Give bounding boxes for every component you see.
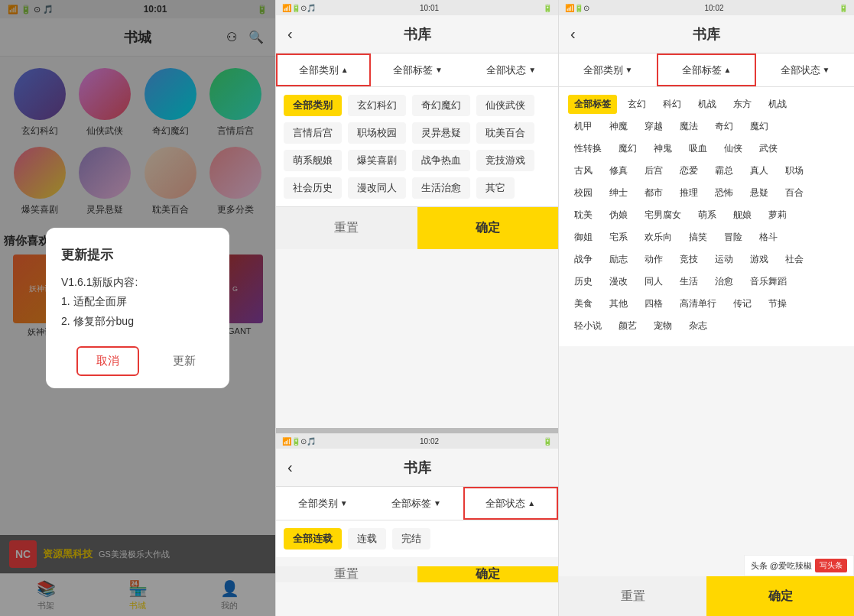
filter-category-2l[interactable]: 全部类别 ▼ [276, 487, 369, 520]
tag-jizhan2[interactable]: 机战 [762, 95, 793, 114]
tag-xianxia[interactable]: 仙侠 [718, 139, 748, 158]
tag-yundong[interactable]: 运动 [709, 250, 739, 269]
status-complete[interactable]: 完结 [392, 528, 430, 550]
cat-xianxia[interactable]: 仙侠武侠 [476, 95, 534, 116]
tag-kehuan[interactable]: 科幻 [657, 95, 687, 114]
tag-dushi[interactable]: 都市 [638, 183, 669, 203]
status-ongoing[interactable]: 连载 [348, 528, 386, 550]
tag-sige[interactable]: 四格 [638, 294, 669, 313]
tag-xixue[interactable]: 吸血 [683, 139, 713, 158]
cat-mangai[interactable]: 漫改同人 [348, 177, 406, 199]
tag-shenmao[interactable]: 神魔 [603, 117, 634, 136]
tag-zhanzheng[interactable]: 战争 [568, 250, 599, 269]
cat-yanqing[interactable]: 言情后宫 [284, 122, 342, 144]
filter-tag-3[interactable]: 全部标签 ▲ [657, 53, 756, 86]
update-button[interactable]: 更新 [154, 346, 214, 376]
tag-jijia[interactable]: 机甲 [568, 117, 599, 136]
tag-jizhan[interactable]: 机战 [692, 95, 722, 114]
tag-tuili[interactable]: 推理 [674, 183, 704, 203]
tag-zhiyu[interactable]: 治愈 [709, 272, 739, 291]
reset-button-2u[interactable]: 重置 [276, 207, 417, 249]
filter-tag-2l[interactable]: 全部标签 ▼ [369, 487, 463, 520]
cat-baoxiao[interactable]: 爆笑喜剧 [348, 150, 406, 171]
tag-chuanyue[interactable]: 穿越 [638, 117, 669, 136]
tag-mengxi[interactable]: 萌系 [692, 206, 722, 225]
back-button-2u[interactable]: ‹ [287, 25, 293, 43]
tag-huanlexi[interactable]: 欢乐向 [638, 228, 678, 247]
tag-xiuzhen[interactable]: 修真 [603, 161, 634, 180]
tag-xuanhuan[interactable]: 玄幻 [622, 95, 652, 114]
cat-meng[interactable]: 萌系舰娘 [284, 150, 342, 171]
tag-shenghuo[interactable]: 生活 [674, 272, 704, 291]
tag-bazong[interactable]: 霸总 [709, 161, 739, 180]
back-button-2l[interactable]: ‹ [287, 459, 293, 476]
cat-shehui[interactable]: 社会历史 [284, 177, 342, 199]
tag-dongzuo[interactable]: 动作 [638, 250, 669, 269]
tag-qita[interactable]: 其他 [603, 294, 634, 313]
filter-tag-2u[interactable]: 全部标签 ▼ [371, 53, 464, 86]
tag-shehui[interactable]: 社会 [779, 250, 810, 269]
reset-button-3[interactable]: 重置 [559, 576, 706, 616]
tag-luoli[interactable]: 萝莉 [762, 206, 793, 225]
tag-tongren[interactable]: 同人 [638, 272, 669, 291]
tag-xiaoyuan[interactable]: 校园 [568, 183, 599, 203]
cat-xuanhuan[interactable]: 玄幻科幻 [348, 95, 406, 116]
tag-hougong[interactable]: 后宫 [638, 161, 669, 180]
cat-danmei[interactable]: 耽美百合 [476, 122, 534, 144]
tag-shenshi[interactable]: 绅士 [603, 183, 634, 203]
tag-lishi[interactable]: 历史 [568, 272, 599, 291]
tag-zhainannv[interactable]: 宅男腐女 [638, 206, 687, 225]
confirm-button-2u[interactable]: 确定 [417, 207, 559, 249]
tag-gufeng[interactable]: 古风 [568, 161, 599, 180]
tag-gedou[interactable]: 格斗 [753, 228, 784, 247]
tag-jingji[interactable]: 竞技 [674, 250, 704, 269]
tag-zhuanji[interactable]: 传记 [727, 294, 758, 313]
tag-yujie[interactable]: 御姐 [568, 228, 599, 247]
tag-maoxian[interactable]: 冒险 [718, 228, 748, 247]
tag-all[interactable]: 全部标签 [568, 95, 617, 114]
tag-zhenren[interactable]: 真人 [744, 161, 774, 180]
tag-jiecao[interactable]: 节操 [762, 294, 793, 313]
tag-lizhi[interactable]: 励志 [603, 250, 634, 269]
filter-category-2u[interactable]: 全部类别 ▲ [276, 53, 371, 86]
filter-status-2l[interactable]: 全部状态 ▲ [463, 487, 558, 520]
tag-qihuan[interactable]: 奇幻 [709, 117, 739, 136]
tag-xingzhuan[interactable]: 性转换 [568, 139, 608, 158]
cancel-button[interactable]: 取消 [76, 346, 139, 376]
filter-status-2u[interactable]: 全部状态 ▼ [465, 53, 558, 86]
confirm-button-2l[interactable]: 确定 [417, 566, 559, 582]
tag-zhichang[interactable]: 职场 [779, 161, 810, 180]
cat-shenghuo[interactable]: 生活治愈 [412, 177, 470, 199]
cat-jingji[interactable]: 竞技游戏 [476, 150, 534, 171]
tag-mofa[interactable]: 魔法 [674, 117, 704, 136]
status-all[interactable]: 全部连载 [284, 528, 342, 550]
tag-wuxia[interactable]: 武侠 [753, 139, 784, 158]
tag-weiniang[interactable]: 伪娘 [603, 206, 634, 225]
tag-zazhi[interactable]: 杂志 [683, 316, 713, 336]
tag-mangai[interactable]: 漫改 [603, 272, 634, 291]
tag-chongwu[interactable]: 宠物 [648, 316, 678, 336]
tag-dongfang[interactable]: 东方 [727, 95, 758, 114]
tag-kongbu[interactable]: 恐怖 [709, 183, 739, 203]
back-button-3[interactable]: ‹ [570, 25, 576, 43]
tag-mohuan[interactable]: 魔幻 [744, 117, 774, 136]
tag-shengui[interactable]: 神鬼 [648, 139, 678, 158]
filter-category-3[interactable]: 全部类别 ▼ [559, 53, 657, 86]
tag-qingxiaoshuo[interactable]: 轻小说 [568, 316, 608, 336]
cat-other[interactable]: 其它 [476, 177, 515, 199]
tag-gaoxiao[interactable]: 搞笑 [683, 228, 713, 247]
tag-mohuan2[interactable]: 魔幻 [612, 139, 643, 158]
tag-lianai[interactable]: 恋爱 [674, 161, 704, 180]
tag-gaodanxing[interactable]: 高清单行 [674, 294, 722, 313]
tag-yinyue[interactable]: 音乐舞蹈 [744, 272, 793, 291]
cat-linyi[interactable]: 灵异悬疑 [412, 122, 470, 144]
tag-meishi[interactable]: 美食 [568, 294, 599, 313]
cat-zhanzheng[interactable]: 战争热血 [412, 150, 470, 171]
confirm-button-3[interactable]: 确定 [706, 576, 854, 616]
tag-jianniang[interactable]: 舰娘 [727, 206, 758, 225]
cat-all[interactable]: 全部类别 [284, 95, 342, 116]
filter-status-3[interactable]: 全部状态 ▼ [756, 53, 854, 86]
tag-baihe[interactable]: 百合 [779, 183, 810, 203]
tag-danmei[interactable]: 耽美 [568, 206, 599, 225]
tag-yanyi[interactable]: 颜艺 [612, 316, 643, 336]
